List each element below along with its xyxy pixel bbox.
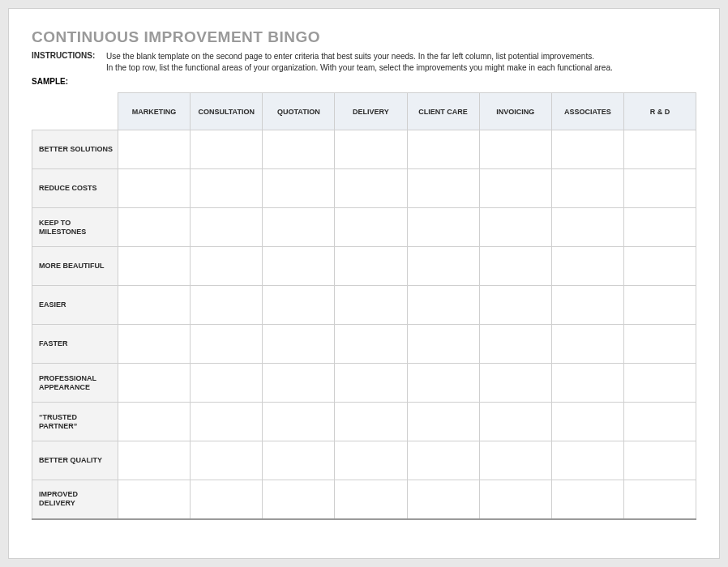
table-cell xyxy=(335,286,407,325)
table-cell xyxy=(623,247,696,286)
table-cell xyxy=(479,441,551,480)
table-cell xyxy=(335,130,407,169)
table-cell xyxy=(335,480,407,519)
table-cell xyxy=(551,403,623,441)
row-header: EASIER xyxy=(32,286,118,325)
table-cell xyxy=(479,364,551,403)
row-header: BETTER SOLUTIONS xyxy=(32,130,118,169)
table-cell xyxy=(118,480,191,519)
table-cell xyxy=(118,169,191,208)
table-body: BETTER SOLUTIONS REDUCE COSTS KEEP TO MI… xyxy=(32,130,696,519)
row-header: PROFESSIONAL APPEARANCE xyxy=(32,364,118,403)
table-corner-cell xyxy=(32,93,118,130)
table-row: BETTER SOLUTIONS xyxy=(32,130,696,169)
table-cell xyxy=(191,247,263,286)
table-row: “TRUSTED PARTNER” xyxy=(32,403,696,441)
table-cell xyxy=(263,169,335,208)
table-cell xyxy=(335,208,407,247)
table-cell xyxy=(263,364,335,403)
sample-label: SAMPLE: xyxy=(32,77,696,86)
col-header: INVOICING xyxy=(479,93,551,130)
table-cell xyxy=(551,130,623,169)
table-row: KEEP TO MILESTONES xyxy=(32,208,696,247)
table-cell xyxy=(407,441,479,480)
table-row: FASTER xyxy=(32,325,696,364)
table-cell xyxy=(335,169,407,208)
table-row: REDUCE COSTS xyxy=(32,169,696,208)
document-page: CONTINUOUS IMPROVEMENT BINGO INSTRUCTION… xyxy=(8,8,720,559)
table-cell xyxy=(407,403,479,441)
table-cell xyxy=(551,247,623,286)
row-header: REDUCE COSTS xyxy=(32,169,118,208)
table-cell xyxy=(479,325,551,364)
table-cell xyxy=(118,441,191,480)
table-cell xyxy=(623,325,696,364)
table-cell xyxy=(551,286,623,325)
table-header-row: MARKETING CONSULTATION QUOTATION DELIVER… xyxy=(32,93,696,130)
table-cell xyxy=(263,325,335,364)
table-cell xyxy=(191,441,263,480)
bingo-table: MARKETING CONSULTATION QUOTATION DELIVER… xyxy=(32,92,696,520)
table-row: IMPROVED DELIVERY xyxy=(32,480,696,519)
instructions-label: INSTRUCTIONS: xyxy=(32,51,106,60)
table-cell xyxy=(118,208,191,247)
table-cell xyxy=(407,208,479,247)
table-cell xyxy=(118,286,191,325)
table-cell xyxy=(551,208,623,247)
col-header: DELIVERY xyxy=(335,93,407,130)
row-header: BETTER QUALITY xyxy=(32,441,118,480)
col-header: ASSOCIATES xyxy=(551,93,623,130)
table-row: BETTER QUALITY xyxy=(32,441,696,480)
table-cell xyxy=(407,130,479,169)
table-cell xyxy=(335,364,407,403)
table-cell xyxy=(407,364,479,403)
table-cell xyxy=(479,247,551,286)
table-cell xyxy=(263,130,335,169)
table-cell xyxy=(263,441,335,480)
table-cell xyxy=(191,364,263,403)
instructions-line2: In the top row, list the functional area… xyxy=(106,63,613,72)
table-cell xyxy=(479,286,551,325)
table-cell xyxy=(335,441,407,480)
table-cell xyxy=(263,247,335,286)
table-cell xyxy=(191,169,263,208)
table-row: PROFESSIONAL APPEARANCE xyxy=(32,364,696,403)
table-cell xyxy=(407,247,479,286)
table-cell xyxy=(479,403,551,441)
instructions-line1: Use the blank template on the second pag… xyxy=(106,52,594,61)
table-cell xyxy=(191,325,263,364)
table-cell xyxy=(623,364,696,403)
table-cell xyxy=(407,325,479,364)
col-header: CONSULTATION xyxy=(191,93,263,130)
table-cell xyxy=(263,403,335,441)
instructions-row: INSTRUCTIONS: Use the blank template on … xyxy=(32,51,696,74)
row-header: “TRUSTED PARTNER” xyxy=(32,403,118,441)
table-cell xyxy=(551,325,623,364)
table-cell xyxy=(263,286,335,325)
table-cell xyxy=(118,325,191,364)
row-header: KEEP TO MILESTONES xyxy=(32,208,118,247)
col-header: QUOTATION xyxy=(263,93,335,130)
table-cell xyxy=(623,286,696,325)
table-cell xyxy=(551,441,623,480)
table-cell xyxy=(335,403,407,441)
col-header: CLIENT CARE xyxy=(407,93,479,130)
table-cell xyxy=(479,130,551,169)
table-cell xyxy=(118,247,191,286)
table-cell xyxy=(551,169,623,208)
table-cell xyxy=(191,403,263,441)
table-cell xyxy=(479,169,551,208)
table-cell xyxy=(191,208,263,247)
table-row: EASIER xyxy=(32,286,696,325)
table-cell xyxy=(118,403,191,441)
table-cell xyxy=(263,480,335,519)
page-title: CONTINUOUS IMPROVEMENT BINGO xyxy=(32,28,696,46)
table-cell xyxy=(479,480,551,519)
table-cell xyxy=(623,480,696,519)
table-cell xyxy=(118,130,191,169)
table-cell xyxy=(335,325,407,364)
table-cell xyxy=(623,208,696,247)
table-cell xyxy=(623,130,696,169)
row-header: IMPROVED DELIVERY xyxy=(32,480,118,519)
table-cell xyxy=(479,208,551,247)
